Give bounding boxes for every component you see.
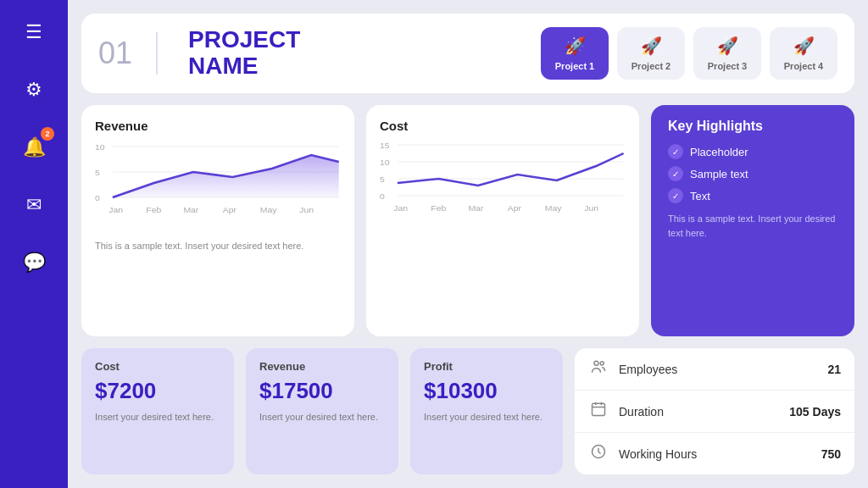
employees-value: 21 bbox=[827, 363, 841, 376]
header-divider bbox=[156, 32, 158, 75]
svg-text:Feb: Feb bbox=[146, 206, 161, 214]
revenue-stat-value: $17500 bbox=[259, 378, 385, 404]
rocket-icon-2: 🚀 bbox=[641, 36, 662, 56]
svg-text:Jun: Jun bbox=[584, 204, 598, 213]
profit-stat-card: Profit $10300 Insert your desired text h… bbox=[410, 348, 563, 474]
profit-stat-label: Profit bbox=[424, 360, 549, 373]
revenue-stat-desc: Insert your desired text here. bbox=[259, 411, 385, 424]
duration-row: Duration 105 Days bbox=[575, 391, 854, 433]
cost-stat-value: $7200 bbox=[95, 378, 220, 404]
tab-label-1: Project 1 bbox=[555, 61, 594, 71]
project-tabs: 🚀 Project 1 🚀 Project 2 🚀 Project 3 🚀 Pr… bbox=[541, 27, 837, 80]
working-hours-value: 750 bbox=[821, 447, 841, 461]
highlights-title: Key Highlights bbox=[668, 119, 837, 134]
svg-text:Apr: Apr bbox=[508, 204, 522, 213]
svg-text:0: 0 bbox=[95, 194, 100, 202]
highlight-text-2: Sample text bbox=[690, 168, 748, 180]
sidebar: ☰ ⚙ 🔔 2 ✉ 💬 bbox=[0, 0, 68, 488]
svg-text:Apr: Apr bbox=[223, 206, 237, 214]
highlight-item-3: ✓ Text bbox=[668, 188, 837, 203]
project-number: 01 bbox=[98, 36, 132, 71]
svg-text:Jun: Jun bbox=[299, 206, 314, 214]
duration-label: Duration bbox=[619, 405, 789, 419]
tab-project-1[interactable]: 🚀 Project 1 bbox=[541, 27, 609, 80]
svg-point-28 bbox=[600, 362, 604, 365]
notification-icon[interactable]: 🔔 2 bbox=[17, 130, 51, 164]
svg-text:Feb: Feb bbox=[431, 204, 446, 213]
svg-text:Mar: Mar bbox=[183, 206, 199, 214]
svg-text:5: 5 bbox=[380, 175, 385, 184]
svg-rect-29 bbox=[593, 403, 605, 415]
tab-project-3[interactable]: 🚀 Project 3 bbox=[693, 27, 761, 80]
notification-badge: 2 bbox=[41, 127, 54, 141]
revenue-chart-title: Revenue bbox=[95, 119, 341, 133]
highlights-desc: This is a sample text. Insert your desir… bbox=[668, 212, 837, 240]
cost-stat-desc: Insert your desired text here. bbox=[95, 411, 220, 424]
middle-row: Revenue 10 5 0 bbox=[81, 105, 854, 336]
check-icon-1: ✓ bbox=[668, 144, 683, 159]
revenue-stat-label: Revenue bbox=[259, 360, 385, 373]
working-hours-icon bbox=[588, 443, 609, 464]
working-hours-row: Working Hours 750 bbox=[575, 433, 854, 474]
svg-text:Jan: Jan bbox=[393, 204, 408, 213]
tab-label-2: Project 2 bbox=[632, 61, 670, 71]
employees-label: Employees bbox=[619, 363, 827, 376]
header-card: 01 PROJECT NAME 🚀 Project 1 🚀 Project 2 … bbox=[81, 14, 854, 93]
revenue-sample-text: This is a sample text. Insert your desir… bbox=[95, 240, 341, 252]
svg-text:15: 15 bbox=[380, 141, 390, 150]
svg-point-27 bbox=[594, 361, 598, 365]
highlight-text-1: Placeholder bbox=[690, 146, 748, 158]
rocket-icon-1: 🚀 bbox=[565, 36, 586, 56]
highlight-item-2: ✓ Sample text bbox=[668, 166, 837, 181]
revenue-stat-card: Revenue $17500 Insert your desired text … bbox=[246, 348, 398, 474]
tab-project-4[interactable]: 🚀 Project 4 bbox=[770, 27, 837, 80]
mail-icon[interactable]: ✉ bbox=[17, 188, 51, 222]
employees-icon bbox=[588, 358, 609, 380]
profit-stat-value: $10300 bbox=[424, 378, 549, 404]
svg-text:10: 10 bbox=[380, 158, 390, 167]
cost-chart-card: Cost 15 10 5 0 Jan Feb Mar Apr May bbox=[366, 105, 639, 336]
svg-text:5: 5 bbox=[95, 169, 100, 177]
rocket-icon-3: 🚀 bbox=[717, 36, 738, 56]
highlights-card: Key Highlights ✓ Placeholder ✓ Sample te… bbox=[651, 105, 854, 336]
svg-text:0: 0 bbox=[380, 192, 385, 201]
revenue-chart-svg: 10 5 0 Jan Feb Mar bbox=[95, 136, 341, 230]
menu-icon[interactable]: ☰ bbox=[17, 15, 51, 49]
rocket-icon-4: 🚀 bbox=[793, 36, 815, 56]
main-content: 01 PROJECT NAME 🚀 Project 1 🚀 Project 2 … bbox=[68, 0, 868, 488]
cost-stat-card: Cost $7200 Insert your desired text here… bbox=[81, 348, 234, 474]
info-panel: Employees 21 Duration 105 Days bbox=[575, 348, 854, 474]
check-icon-2: ✓ bbox=[668, 166, 683, 181]
tab-label-4: Project 4 bbox=[784, 61, 823, 71]
revenue-chart-card: Revenue 10 5 0 bbox=[81, 105, 354, 336]
svg-text:10: 10 bbox=[95, 143, 105, 152]
cost-chart-title: Cost bbox=[380, 119, 626, 133]
highlight-item-1: ✓ Placeholder bbox=[668, 144, 837, 159]
working-hours-label: Working Hours bbox=[619, 447, 821, 461]
cost-stat-label: Cost bbox=[95, 360, 220, 373]
employees-row: Employees 21 bbox=[575, 348, 854, 391]
check-icon-3: ✓ bbox=[668, 188, 683, 203]
bottom-row: Cost $7200 Insert your desired text here… bbox=[81, 348, 854, 474]
tab-project-2[interactable]: 🚀 Project 2 bbox=[617, 27, 685, 80]
project-title: PROJECT NAME bbox=[188, 27, 300, 80]
svg-text:Mar: Mar bbox=[468, 204, 484, 213]
tab-label-3: Project 3 bbox=[708, 61, 747, 71]
svg-text:May: May bbox=[260, 206, 277, 214]
profit-stat-desc: Insert your desired text here. bbox=[424, 411, 549, 424]
settings-icon[interactable]: ⚙ bbox=[17, 73, 51, 107]
svg-text:May: May bbox=[545, 204, 562, 213]
duration-value: 105 Days bbox=[789, 405, 841, 419]
duration-icon bbox=[588, 401, 609, 422]
svg-text:Jan: Jan bbox=[108, 206, 123, 214]
highlight-text-3: Text bbox=[690, 190, 710, 202]
chat-icon[interactable]: 💬 bbox=[17, 246, 51, 280]
cost-chart-svg: 15 10 5 0 Jan Feb Mar Apr May Jun bbox=[380, 136, 626, 230]
